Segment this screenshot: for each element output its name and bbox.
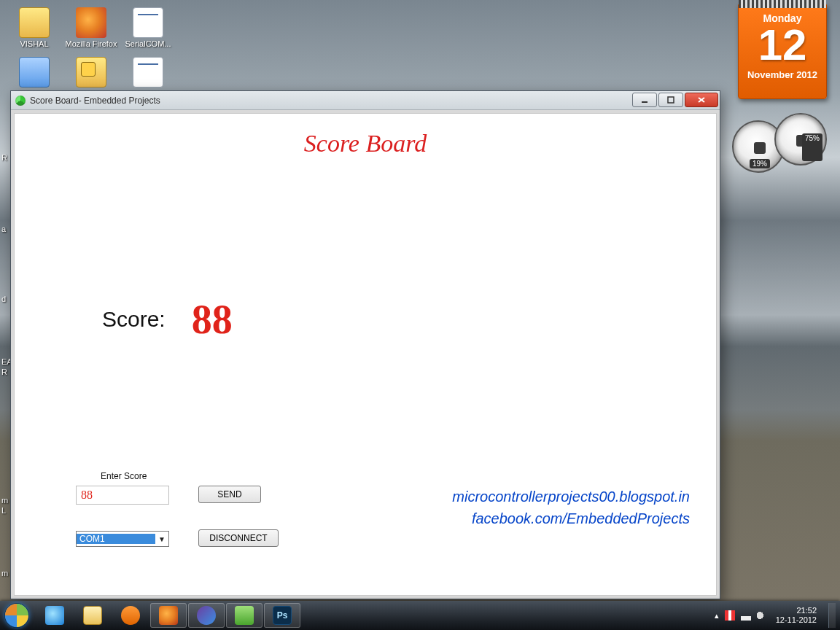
window-controls (632, 91, 720, 109)
score-value: 88 (192, 296, 233, 343)
taskbar-photoshop[interactable]: Ps (264, 603, 300, 628)
action-center-icon[interactable] (725, 610, 735, 621)
score-label: Score: (102, 307, 166, 332)
edge-label: m (1, 496, 8, 505)
taskbar-scoreboard-app[interactable] (226, 603, 262, 628)
enter-score-label: Enter Score (101, 471, 147, 481)
tray-expand-icon[interactable]: ▴ (715, 611, 719, 621)
calendar-month-year: November 2012 (739, 69, 826, 80)
app-heading: Score Board (15, 130, 716, 158)
maximize-button[interactable] (658, 93, 683, 107)
icon-label: VISHAL (6, 39, 63, 48)
score-input[interactable] (76, 486, 169, 505)
desktop-icon-serialcom[interactable]: SerialCOM... (120, 7, 176, 48)
taskbar-media-player[interactable] (112, 603, 149, 628)
edge-label: a (1, 225, 6, 233)
maximize-icon (667, 96, 674, 104)
desktop-icon-grid: VISHAL Mozilla Firefox SerialCOM... (6, 6, 195, 96)
monitor-icon (19, 57, 50, 88)
desktop-icon-firefox[interactable]: Mozilla Firefox (63, 7, 120, 48)
cpu-chip-icon (754, 142, 766, 154)
firefox-icon (76, 7, 106, 38)
edge-label: R (1, 368, 7, 376)
edge-label: L (1, 506, 6, 515)
clock-time: 21:52 (776, 606, 817, 615)
visual-studio-icon (197, 606, 216, 625)
app-icon (15, 96, 26, 106)
desktop-icon-tools[interactable] (63, 57, 120, 89)
credits-block: microcontrollerprojects00.blogspot.in fa… (452, 486, 690, 529)
show-desktop-button[interactable] (828, 603, 836, 628)
disconnect-button[interactable]: DISCONNECT (198, 529, 279, 547)
icon-label: Mozilla Firefox (63, 39, 120, 48)
minimize-icon (641, 96, 648, 104)
folder-icon (19, 7, 50, 38)
explorer-icon (83, 606, 102, 625)
credits-blog-link[interactable]: microcontrollerprojects00.blogspot.in (452, 486, 690, 508)
score-display-row: Score: 88 (102, 296, 233, 343)
edge-label: d (1, 295, 6, 303)
taskbar-items: Ps (36, 603, 300, 628)
chevron-down-icon: ▼ (155, 535, 168, 543)
desktop-icon-doc2[interactable] (120, 57, 176, 89)
titlebar[interactable]: Score Board- Embedded Projects (11, 91, 720, 110)
network-icon[interactable] (741, 610, 751, 621)
ram-percent: 75% (802, 133, 822, 161)
cpu-percent: 19% (750, 159, 770, 168)
firefox-icon (159, 606, 178, 625)
edge-label: m (1, 569, 8, 578)
taskbar-clock[interactable]: 21:52 12-11-2012 (776, 606, 817, 625)
ie-icon (45, 606, 64, 625)
clock-date: 12-11-2012 (776, 615, 817, 625)
taskbar-firefox[interactable] (150, 603, 187, 628)
taskbar-explorer[interactable] (74, 603, 111, 628)
window-client-area: Score Board Score: 88 Enter Score SEND C… (14, 113, 717, 596)
media-player-icon (121, 606, 140, 625)
calendar-day-number: 12 (739, 24, 826, 66)
scoreboard-window: Score Board- Embedded Projects Score Boa… (10, 90, 720, 599)
document-icon (133, 57, 163, 88)
taskbar-ie[interactable] (36, 603, 73, 628)
svg-rect-1 (668, 97, 674, 103)
icon-label: SerialCOM... (120, 39, 176, 48)
document-icon (133, 7, 163, 38)
windows-logo-icon (4, 603, 29, 628)
credits-facebook-link[interactable]: facebook.com/EmbeddedProjects (452, 508, 690, 529)
desktop-icon-vishal-folder[interactable]: VISHAL (6, 7, 63, 48)
send-button[interactable]: SEND (198, 486, 261, 503)
window-title: Score Board- Embedded Projects (30, 96, 160, 106)
app-green-icon (235, 606, 254, 625)
close-button[interactable] (685, 93, 718, 107)
photoshop-icon: Ps (273, 606, 292, 625)
start-button[interactable] (0, 601, 34, 630)
desktop-icon-monitor[interactable] (6, 57, 63, 89)
close-icon (697, 96, 706, 104)
calendar-gadget[interactable]: Monday 12 November 2012 (738, 4, 827, 99)
taskbar: Ps ▴ 21:52 12-11-2012 (0, 601, 840, 630)
minimize-button[interactable] (632, 93, 657, 107)
edge-label: R (1, 153, 7, 162)
tools-folder-icon (76, 57, 106, 88)
volume-icon[interactable] (757, 610, 767, 621)
system-tray: ▴ 21:52 12-11-2012 (715, 603, 836, 628)
ram-dial: 75% (774, 113, 827, 166)
com-port-dropdown[interactable]: COM1 ▼ (76, 531, 169, 547)
system-meter-gadget[interactable]: 19% 75% (732, 113, 827, 179)
taskbar-visual-studio[interactable] (188, 603, 225, 628)
com-port-value: COM1 (77, 534, 155, 544)
